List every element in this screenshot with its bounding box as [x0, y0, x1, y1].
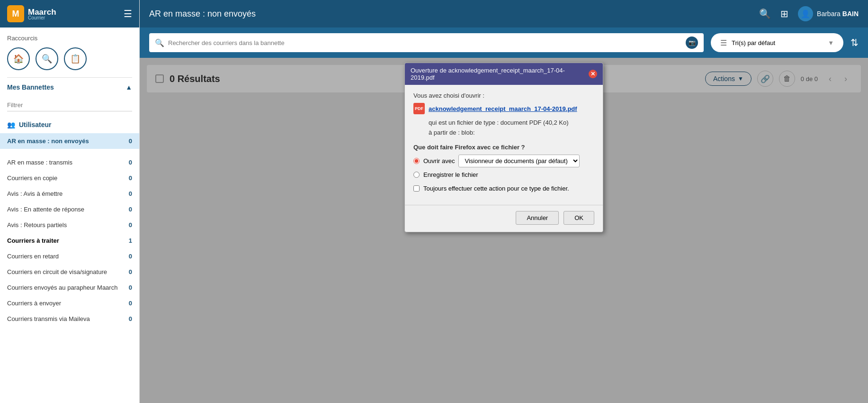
avatar: 👤	[798, 6, 813, 21]
user-icon: 👥	[7, 121, 15, 128]
radio-group: Ouvrir avec Visionneur de documents (par…	[413, 155, 594, 178]
raccourcis-title: Raccourcis	[7, 35, 132, 42]
topbar-actions: 🔍 ⊞ 👤 Barbara BAIN	[759, 6, 859, 21]
barcode-button[interactable]: 📷	[686, 37, 698, 49]
search-topbar-icon[interactable]: 🔍	[759, 8, 771, 19]
nav-item-courriers-maileva[interactable]: Courriers transmis via Maileva 0	[0, 311, 139, 327]
cancel-button[interactable]: Annuler	[516, 211, 559, 225]
nav-item-ar-transmis[interactable]: AR en masse : transmis 0	[0, 155, 139, 170]
search-button[interactable]: 🔍	[36, 47, 58, 70]
nav-item-courriers-parapheur[interactable]: Courriers envoyés au parapheur Maarch 0	[0, 280, 139, 295]
filtrer-section	[0, 97, 139, 116]
logo-icon: M	[7, 5, 24, 22]
always-checkbox[interactable]	[413, 185, 420, 192]
page-title: AR en masse : non envoyés	[149, 9, 256, 19]
logo-text: Maarch Courrier	[28, 8, 56, 20]
mes-bannettes: Mes Bannettes ▲	[0, 78, 139, 97]
grid-icon[interactable]: ⊞	[780, 8, 788, 19]
open-with-label: Ouvrir avec	[423, 157, 455, 165]
topbar: AR en masse : non envoyés 🔍 ⊞ 👤 Barbara …	[140, 0, 868, 27]
modal-title: Ouverture de acknowledgement_receipt_maa…	[411, 67, 589, 81]
save-radio[interactable]	[413, 172, 420, 178]
main-content: AR en masse : non envoyés 🔍 ⊞ 👤 Barbara …	[140, 0, 868, 403]
user-name: Barbara BAIN	[817, 10, 859, 18]
modal-question: Que doit faire Firefox avec ce fichier ?	[413, 144, 594, 151]
sort-dropdown[interactable]: ☰ Tri(s) par défaut ▼	[711, 33, 843, 52]
app-select[interactable]: Visionneur de documents (par défaut)	[458, 155, 580, 167]
sidebar: M Maarch Courrier ☰ Raccourcis 🏠 🔍 📋 Mes…	[0, 0, 140, 403]
nav-item-courriers-traiter[interactable]: Courriers à traiter 1	[0, 233, 139, 248]
open-with-radio[interactable]	[413, 158, 420, 164]
open-with-row: Ouvrir avec Visionneur de documents (par…	[413, 155, 594, 167]
nav-item-copie[interactable]: Courriers en copie 0	[0, 170, 139, 186]
user-info: 👤 Barbara BAIN	[798, 6, 859, 21]
document-button[interactable]: 📋	[64, 47, 87, 70]
utilisateur-row[interactable]: 👥 Utilisateur	[0, 116, 139, 133]
modal-titlebar: Ouverture de acknowledgement_receipt_maa…	[405, 63, 603, 85]
always-checkbox-row: Toujours effectuer cette action pour ce …	[413, 185, 594, 192]
nav-item-courriers-retard[interactable]: Courriers en retard 0	[0, 248, 139, 264]
raccourcis-section: Raccourcis 🏠 🔍 📋	[0, 27, 139, 77]
filter-sort-icon[interactable]: ⇅	[850, 37, 859, 48]
modal-close-button[interactable]: ✕	[589, 70, 597, 78]
sidebar-header: M Maarch Courrier ☰	[0, 0, 139, 27]
raccourcis-icons: 🏠 🔍 📋	[7, 47, 132, 70]
ok-button[interactable]: OK	[564, 211, 594, 225]
save-radio-row: Enregistrer le fichier	[413, 171, 594, 178]
nav-item-avis-partiels[interactable]: Avis : Retours partiels 0	[0, 217, 139, 233]
file-row: PDF acknowledgement_receipt_maarch_17-04…	[413, 103, 594, 114]
modal-intro: Vous avez choisi d'ouvrir :	[413, 92, 594, 99]
modal-divider	[405, 205, 603, 205]
filetype-label: qui est un fichier de type : document PD…	[429, 118, 594, 128]
nav-item-courriers-circuit[interactable]: Courriers en circuit de visa/signature 0	[0, 264, 139, 280]
pdf-icon: PDF	[413, 103, 425, 114]
nav-item-avis-emettre[interactable]: Avis : Avis à émettre 0	[0, 186, 139, 202]
filtrer-input[interactable]	[7, 99, 132, 111]
results-area: 0 Résultats Actions ▼ 🔗 🗑 0 de 0 ‹ ›	[140, 58, 868, 403]
home-button[interactable]: 🏠	[7, 47, 30, 70]
spacer	[0, 149, 139, 155]
search-input-wrap: 🔍 📷	[149, 33, 704, 52]
save-label: Enregistrer le fichier	[423, 171, 478, 178]
always-label: Toujours effectuer cette action pour ce …	[423, 185, 569, 192]
nav-item-avis-attente[interactable]: Avis : En attente de réponse 0	[0, 202, 139, 217]
app-container: M Maarch Courrier ☰ Raccourcis 🏠 🔍 📋 Mes…	[0, 0, 868, 403]
file-open-dialog: Ouverture de acknowledgement_receipt_maa…	[404, 63, 603, 232]
sort-icon: ☰	[720, 38, 727, 47]
hamburger-icon[interactable]: ☰	[124, 8, 132, 19]
search-input[interactable]	[168, 39, 686, 46]
nav-item-courriers-envoyer[interactable]: Courriers à envoyer 0	[0, 295, 139, 311]
modal-body: Vous avez choisi d'ouvrir : PDF acknowle…	[405, 85, 603, 199]
file-name[interactable]: acknowledgement_receipt_maarch_17-04-201…	[429, 105, 577, 112]
nav-item-ar-masse[interactable]: AR en masse : non envoyés 0	[0, 133, 139, 149]
modal-footer: Annuler OK	[405, 211, 603, 232]
file-meta: qui est un fichier de type : document PD…	[413, 118, 594, 138]
modal-overlay: Ouverture de acknowledgement_receipt_maa…	[140, 58, 868, 403]
logo-area: M Maarch Courrier	[7, 5, 56, 22]
chevron-up-icon: ▲	[125, 83, 132, 91]
search-bar: 🔍 📷 ☰ Tri(s) par défaut ▼ ⇅	[140, 27, 868, 58]
filesource-label: à partir de : blob:	[429, 128, 594, 138]
search-icon: 🔍	[155, 38, 164, 47]
chevron-down-icon: ▼	[828, 39, 834, 46]
